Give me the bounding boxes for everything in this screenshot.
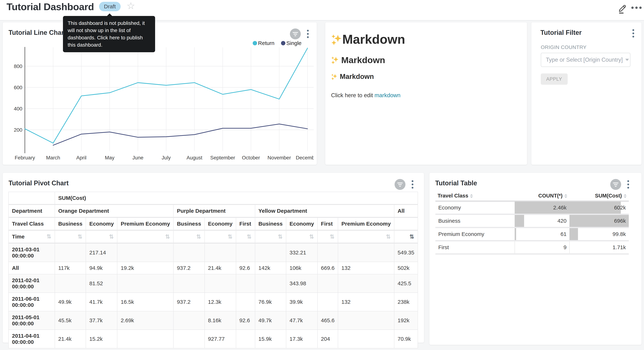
pivot-value-cell: 332.21 bbox=[286, 243, 318, 262]
pivot-group-header: Orange Department bbox=[55, 204, 174, 218]
filter-scope-icon[interactable] bbox=[290, 28, 301, 39]
svg-text:October: October bbox=[242, 155, 260, 160]
kebab-menu-icon[interactable] bbox=[626, 180, 630, 189]
pivot-value-cell: 45.5k bbox=[55, 311, 86, 330]
pivot-value-cell bbox=[318, 243, 338, 262]
pivot-value-cell: 937.2 bbox=[174, 293, 204, 311]
edit-dashboard-icon[interactable] bbox=[618, 3, 628, 14]
sort-icon[interactable]: ⇅ bbox=[46, 234, 51, 240]
line-chart-plot: 200400600800FebruaryMarchAprilMayJuneJul… bbox=[10, 46, 314, 164]
kebab-menu-icon[interactable] bbox=[411, 180, 414, 189]
legend-item-return[interactable]: Return bbox=[253, 40, 274, 46]
pivot-department-label: Department bbox=[8, 204, 55, 218]
pivot-value-cell: 132 bbox=[338, 262, 394, 274]
line-chart-title: Tutorial Line Chart bbox=[8, 29, 66, 36]
origin-country-select[interactable]: Type or Select [Origin Country] bbox=[541, 53, 630, 67]
pivot-value-cell: 12.3k bbox=[205, 293, 236, 311]
pivot-table: SUM(Cost)DepartmentOrange DepartmentPurp… bbox=[8, 192, 418, 348]
pivot-value-cell: 927.77 bbox=[205, 330, 236, 348]
legend-dot bbox=[281, 41, 285, 45]
legend-dot bbox=[253, 41, 257, 45]
pivot-value-cell: 549.35 bbox=[394, 243, 418, 262]
table-card: Tutorial Table Travel ClassCOUNT(*)SUM(C… bbox=[429, 173, 642, 345]
svg-text:September: September bbox=[210, 155, 235, 160]
edit-markdown-link[interactable]: markdown bbox=[374, 92, 400, 98]
filter-scope-icon[interactable] bbox=[394, 179, 406, 190]
pivot-value-cell bbox=[205, 274, 236, 293]
sort-icon[interactable]: ⇅ bbox=[309, 234, 314, 240]
pivot-class-header: Economy bbox=[286, 218, 318, 230]
pivot-value-cell bbox=[174, 274, 204, 293]
pivot-value-cell bbox=[174, 330, 204, 348]
pivot-value-cell: 937.2 bbox=[174, 262, 204, 274]
pivot-value-cell: 47.7k bbox=[286, 311, 318, 330]
table-column-header[interactable]: SUM(Cost) bbox=[570, 191, 629, 201]
pivot-value-cell: 465.6 bbox=[318, 311, 338, 330]
publish-tooltip: This dashboard is not published, it will… bbox=[63, 16, 155, 52]
sort-icon[interactable]: ⇅ bbox=[78, 234, 82, 240]
pivot-value-cell bbox=[338, 330, 394, 348]
apply-button[interactable]: APPLY bbox=[541, 74, 568, 85]
draft-badge[interactable]: Draft bbox=[99, 2, 121, 11]
count-cell: 2.46k bbox=[515, 201, 570, 214]
pivot-value-cell bbox=[338, 311, 394, 330]
pivot-row: 2011-02-0100:00:0081.52343.98425.5 bbox=[8, 274, 418, 293]
dashboard-title: Tutorial Dashboard bbox=[6, 1, 94, 12]
more-menu-icon[interactable] bbox=[631, 6, 642, 10]
table-column-header[interactable]: COUNT(*) bbox=[515, 191, 570, 201]
pivot-class-header: Economy bbox=[86, 218, 117, 230]
select-placeholder: Type or Select [Origin Country] bbox=[546, 56, 623, 63]
legend-item-single[interactable]: Single bbox=[281, 40, 302, 46]
pivot-value-cell bbox=[255, 274, 286, 293]
pivot-value-cell bbox=[55, 243, 86, 262]
pivot-value-cell bbox=[117, 274, 174, 293]
table-column-header[interactable]: Travel Class bbox=[436, 191, 515, 201]
sparkles-icon bbox=[331, 74, 338, 80]
sum-cost-cell: 99.8k bbox=[570, 228, 629, 241]
pivot-value-cell: 502k bbox=[394, 262, 418, 274]
kebab-menu-icon[interactable] bbox=[306, 29, 310, 39]
table-row: Premium Economy6199.8k bbox=[436, 228, 629, 241]
sort-carets-icon bbox=[624, 194, 626, 198]
sort-icon[interactable]: ⇅ bbox=[247, 234, 252, 240]
sort-icon[interactable]: ⇅ bbox=[330, 234, 334, 240]
pivot-value-cell bbox=[318, 293, 338, 311]
pivot-value-cell: 81.52 bbox=[86, 274, 117, 293]
markdown-paragraph: Click here to edit markdown bbox=[331, 92, 521, 99]
pivot-value-cell: 37.7k bbox=[86, 311, 117, 330]
pivot-chart-title: Tutorial Pivot Chart bbox=[8, 179, 68, 187]
pivot-group-header: All bbox=[394, 204, 418, 218]
pivot-value-cell: 8.16k bbox=[205, 311, 236, 330]
pivot-value-cell: 142k bbox=[255, 262, 286, 274]
sort-icon[interactable]: ⇅ bbox=[165, 234, 170, 240]
travel-class-cell: First bbox=[436, 241, 515, 254]
pivot-value-cell: 106k bbox=[286, 262, 318, 274]
markdown-card: Markdown Markdown Markdown Click here to… bbox=[325, 22, 527, 165]
sort-icon[interactable]: ⇅ bbox=[228, 234, 232, 240]
favorite-star-icon[interactable]: ☆ bbox=[126, 0, 135, 11]
pivot-row-label: All bbox=[8, 262, 55, 274]
sort-descending-icon[interactable]: ⇅ bbox=[410, 234, 414, 240]
sum-cost-cell: 1.71k bbox=[570, 241, 629, 254]
sort-icon[interactable]: ⇅ bbox=[196, 234, 201, 240]
sort-icon[interactable]: ⇅ bbox=[386, 234, 391, 240]
svg-text:June: June bbox=[132, 155, 144, 160]
pivot-value-cell: 70.9k bbox=[394, 330, 418, 348]
pivot-sort-cell: ⇅ bbox=[255, 230, 286, 243]
pivot-value-cell bbox=[318, 274, 338, 293]
svg-text:600: 600 bbox=[14, 85, 22, 90]
pivot-value-cell: 425.5 bbox=[394, 274, 418, 293]
pivot-travel-class-label: Travel Class bbox=[8, 218, 55, 230]
pivot-row: 2011-05-0100:00:0045.5k37.7k2.69k8.16k92… bbox=[8, 311, 418, 330]
chart-legend: ReturnSingle bbox=[253, 40, 302, 46]
pivot-class-header: Premium Economy bbox=[338, 218, 394, 230]
sum-cost-cell: 602k bbox=[570, 201, 629, 214]
svg-text:April: April bbox=[76, 155, 86, 160]
sort-icon[interactable]: ⇅ bbox=[278, 234, 283, 240]
sort-icon[interactable]: ⇅ bbox=[109, 234, 114, 240]
pivot-row-label: 2011-03-0100:00:00 bbox=[8, 243, 55, 262]
svg-text:December: December bbox=[296, 155, 314, 160]
svg-text:May: May bbox=[105, 155, 114, 160]
kebab-menu-icon[interactable] bbox=[632, 28, 635, 38]
filter-scope-icon[interactable] bbox=[610, 179, 621, 190]
